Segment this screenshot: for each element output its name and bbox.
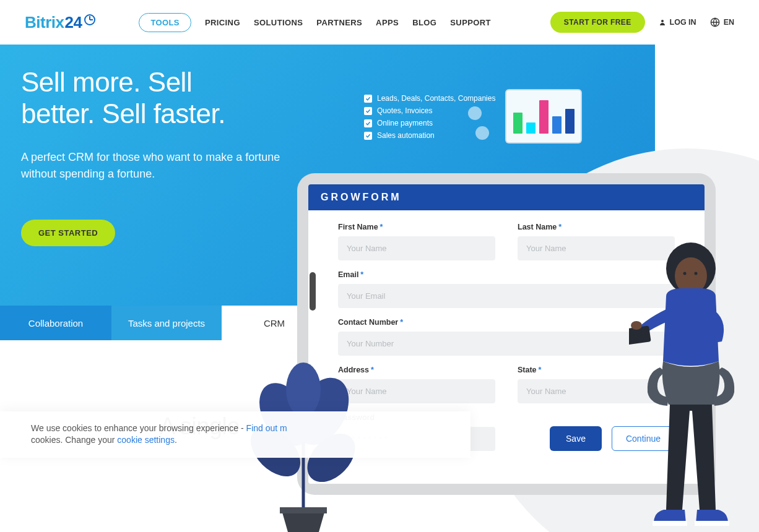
nav-apps[interactable]: APPS <box>376 18 399 27</box>
decoration-circle-icon <box>475 126 489 140</box>
logo-text-1: Bitrix <box>25 13 64 32</box>
check-icon <box>364 119 372 127</box>
nav-tools[interactable]: TOOLS <box>139 13 191 32</box>
hero-feature-item: Online payments <box>364 119 495 127</box>
nav-support[interactable]: SUPPORT <box>450 18 491 27</box>
svg-point-6 <box>286 363 321 417</box>
nav-pricing[interactable]: PRICING <box>205 18 240 27</box>
tablet-home-button <box>310 272 316 311</box>
hero-title-line1: Sell more. Sell <box>21 67 192 97</box>
get-started-button[interactable]: GET STARTED <box>21 220 115 246</box>
svg-rect-14 <box>653 521 687 526</box>
login-label: LOG IN <box>670 18 696 27</box>
hero-title-line2: better. Sell faster. <box>21 98 225 129</box>
svg-point-10 <box>683 272 687 275</box>
hero-subtitle: A perfect CRM for those who want to make… <box>21 149 281 182</box>
lang-label: EN <box>724 18 734 27</box>
chart-bar <box>539 100 549 134</box>
first-name-input[interactable] <box>338 236 495 260</box>
form-brand-header: GROWFORM <box>308 184 705 210</box>
contact-number-label: Contact Number* <box>338 318 675 327</box>
cookie-text: We use cookies to enhance your browsing … <box>31 423 246 433</box>
first-name-label: First Name* <box>338 223 495 231</box>
feature-label: Online payments <box>377 119 433 127</box>
tab-collaboration[interactable]: Collaboration <box>0 306 111 340</box>
contact-number-input[interactable] <box>338 332 675 356</box>
svg-point-13 <box>631 321 642 330</box>
check-icon <box>364 107 372 115</box>
header-right: START FOR FREE LOG IN EN <box>550 12 734 33</box>
main-nav: TOOLS PRICING SOLUTIONS PARTNERS APPS BL… <box>139 13 491 32</box>
last-name-label: Last Name* <box>518 223 675 231</box>
feature-label: Quotes, Invoices <box>377 106 432 115</box>
login-link[interactable]: LOG IN <box>659 18 696 27</box>
decoration-circle-icon <box>468 106 482 120</box>
logo-text-2: 24 <box>64 13 82 32</box>
tab-tasks[interactable]: Tasks and projects <box>111 306 222 340</box>
check-icon <box>364 132 372 140</box>
svg-rect-7 <box>280 507 327 513</box>
check-icon <box>364 95 372 103</box>
hero-bar-chart <box>505 89 582 144</box>
start-for-free-button[interactable]: START FOR FREE <box>550 12 645 33</box>
clock-icon <box>84 14 95 25</box>
user-icon <box>659 19 666 26</box>
svg-point-11 <box>695 272 698 275</box>
chart-bar <box>513 113 523 134</box>
nav-partners[interactable]: PARTNERS <box>316 18 362 27</box>
chart-bar <box>565 109 575 134</box>
globe-icon <box>710 17 720 27</box>
chart-bar <box>526 122 536 134</box>
feature-label: Leads, Deals, Contacts, Companies <box>377 94 495 103</box>
logo[interactable]: Bitrix 24 <box>25 13 95 32</box>
cookie-find-out-link[interactable]: Find out m <box>246 423 287 433</box>
svg-rect-15 <box>695 521 729 526</box>
nav-blog[interactable]: BLOG <box>412 18 436 27</box>
cookie-banner: We use cookies to enhance your browsing … <box>0 411 471 458</box>
language-selector[interactable]: EN <box>710 17 734 27</box>
svg-point-0 <box>661 20 664 22</box>
hero-feature-item: Leads, Deals, Contacts, Companies <box>364 94 495 103</box>
email-label: Email* <box>338 270 675 279</box>
cookie-settings-link[interactable]: cookie settings <box>117 435 175 445</box>
nav-solutions[interactable]: SOLUTIONS <box>254 18 303 27</box>
top-header: Bitrix 24 TOOLS PRICING SOLUTIONS PARTNE… <box>0 0 759 45</box>
chart-bar <box>552 116 562 134</box>
person-illustration <box>629 238 753 532</box>
feature-label: Sales automation <box>377 131 435 140</box>
save-button[interactable]: Save <box>550 426 602 451</box>
email-input[interactable] <box>338 284 675 308</box>
cookie-text-2: cookies. Change your <box>31 435 117 445</box>
